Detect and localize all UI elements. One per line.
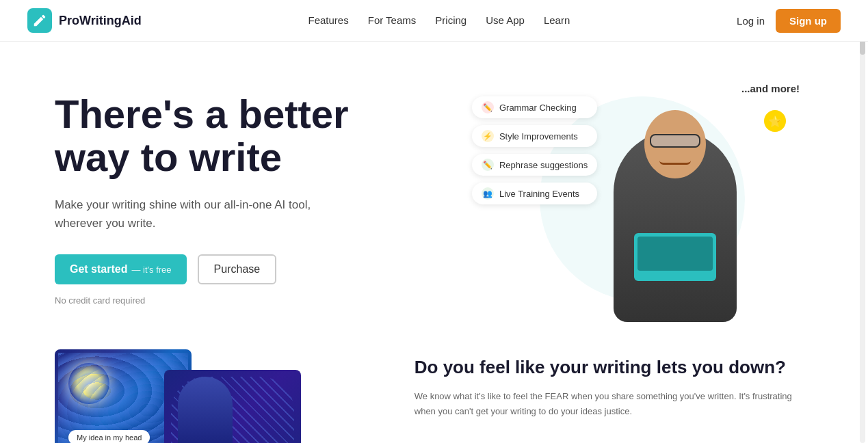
- bottom-content: Do you feel like your writing lets you d…: [415, 349, 813, 419]
- bottom-body-text: We know what it's like to feel the FEAR …: [415, 389, 813, 419]
- logo-text: ProWritingAid: [59, 14, 142, 28]
- laptop: [634, 233, 716, 281]
- bottom-visual: My idea in my head: [55, 349, 373, 443]
- navbar: ProWritingAid Features For Teams Pricing…: [0, 0, 868, 42]
- star-badge: ⭐: [764, 110, 786, 132]
- training-icon: 👥: [482, 187, 494, 200]
- hero-section: There's a better way to write Make your …: [0, 42, 868, 349]
- rephrase-icon: ✏️: [482, 159, 494, 171]
- pill-rephrase: ✏️ Rephrase suggestions: [472, 154, 597, 176]
- pencil-icon: [32, 13, 47, 28]
- hero-title-line1: There's a better: [55, 92, 349, 136]
- signup-button[interactable]: Sign up: [776, 9, 841, 33]
- pill-grammar-label: Grammar Checking: [499, 103, 577, 113]
- pill-training: 👥 Live Training Events: [472, 183, 597, 204]
- logo-icon: [27, 8, 52, 33]
- glasses: [650, 134, 700, 148]
- nav-features[interactable]: Features: [308, 14, 349, 26]
- hero-person-container: [593, 103, 757, 322]
- hero-content: There's a better way to write Make your …: [55, 92, 472, 306]
- nav-for-teams[interactable]: For Teams: [368, 14, 417, 26]
- logo-link[interactable]: ProWritingAid: [27, 8, 142, 33]
- scrollbar-track[interactable]: [860, 0, 865, 443]
- person-head: [644, 110, 706, 178]
- and-more-text: ...and more!: [741, 83, 800, 94]
- smile: [659, 161, 691, 165]
- hero-buttons: Get started — it's free Purchase: [55, 254, 445, 284]
- pill-style-label: Style Improvements: [499, 131, 578, 142]
- hero-visual: ✏️ Grammar Checking ⚡ Style Improvements…: [472, 76, 813, 322]
- nav-learn[interactable]: Learn: [544, 14, 570, 26]
- grammar-icon: ✏️: [482, 101, 494, 113]
- nav-use-app[interactable]: Use App: [486, 14, 525, 26]
- style-icon: ⚡: [482, 130, 494, 142]
- bottom-section: My idea in my head Do you feel like your…: [0, 349, 868, 443]
- painting-card-2: [164, 370, 301, 443]
- pill-style: ⚡ Style Improvements: [472, 125, 597, 147]
- pill-training-label: Live Training Events: [499, 189, 579, 199]
- get-started-button[interactable]: Get started — it's free: [55, 254, 187, 284]
- pill-rephrase-label: Rephrase suggestions: [499, 160, 588, 170]
- bottom-title: Do you feel like your writing lets you d…: [415, 356, 813, 379]
- bottom-title-text: Do you feel like your writing lets you d…: [415, 357, 786, 377]
- login-button[interactable]: Log in: [737, 15, 765, 27]
- free-label: — it's free: [131, 265, 171, 275]
- hero-title-line2: way to write: [55, 135, 282, 179]
- painting-cypress: [178, 377, 233, 443]
- nav-links: Features For Teams Pricing Use App Learn: [308, 14, 570, 27]
- get-started-label: Get started: [70, 263, 127, 276]
- nav-pricing[interactable]: Pricing: [435, 14, 466, 26]
- hero-subtitle: Make your writing shine with our all-in-…: [55, 196, 342, 232]
- feature-pills: ✏️ Grammar Checking ⚡ Style Improvements…: [472, 96, 597, 204]
- no-credit-text: No credit card required: [55, 295, 445, 306]
- idea-badge: My idea in my head: [68, 430, 150, 443]
- laptop-screen: [637, 237, 713, 271]
- pill-grammar: ✏️ Grammar Checking: [472, 96, 597, 118]
- nav-actions: Log in Sign up: [737, 9, 841, 33]
- hero-title: There's a better way to write: [55, 92, 445, 180]
- purchase-button[interactable]: Purchase: [198, 254, 277, 284]
